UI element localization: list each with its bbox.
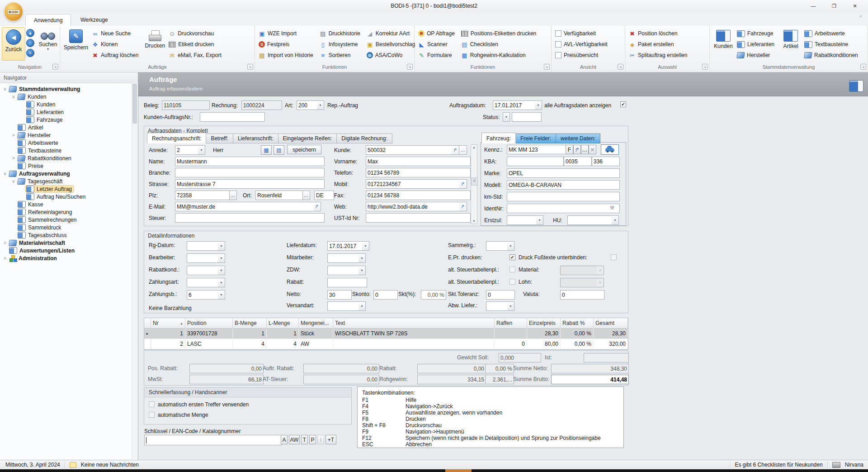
lieferdatum-field[interactable]: 17.01.2017 — [327, 241, 363, 251]
material-dropdown-icon[interactable] — [597, 266, 604, 275]
hu-dropdown-icon[interactable] — [612, 215, 619, 225]
status-dropdown-icon[interactable] — [503, 112, 510, 122]
kennz-field[interactable]: MK MM 123 — [507, 145, 566, 154]
modell-field[interactable]: OMEGA-B-CARAVAN — [507, 180, 620, 190]
dialog-launcher-icon[interactable] — [860, 64, 866, 70]
scroll-down-icon[interactable]: ▼ — [471, 219, 477, 223]
zahlungsb-field[interactable]: 6 — [187, 290, 218, 300]
dialog-launcher-icon[interactable] — [544, 64, 550, 70]
sammelrg-field[interactable] — [486, 241, 508, 251]
fusstexte-checkbox[interactable] — [611, 254, 617, 260]
tools-icon[interactable]: ⚒ — [610, 205, 614, 211]
hersteller-button[interactable]: Hersteller — [737, 50, 774, 61]
nav-home-button[interactable]: ⌂ — [26, 39, 34, 47]
web-field[interactable]: http://www2.bodi-data.de — [366, 202, 463, 211]
steuer-field[interactable] — [175, 213, 325, 223]
artikel-button[interactable]: Artikel — [779, 27, 802, 61]
dialog-launcher-icon[interactable] — [247, 64, 253, 70]
column-header-rabatt[interactable]: Rabatt % — [561, 318, 594, 328]
nav-item-stammdatenverwaltung[interactable]: ∨Stammdatenverwaltung — [0, 85, 138, 93]
ribbon-collapse-icon[interactable]: ^ — [859, 15, 862, 20]
tab-lieferanschrift[interactable]: Lieferanschrift: — [233, 133, 278, 143]
splitauftrag-button[interactable]: ✂Splitauftrag erstellen — [629, 50, 687, 61]
rabattkond-field[interactable] — [187, 266, 218, 275]
art-dropdown-icon[interactable] — [317, 100, 324, 110]
address-scrollbar[interactable]: ▲ ≡ ▼ — [471, 144, 477, 224]
nav-item-reifeneinlagerung[interactable]: Reifeneinlagerung — [0, 208, 138, 216]
bearbeiter-field[interactable] — [187, 253, 218, 263]
beleg-field[interactable]: 110105 — [162, 100, 210, 110]
zdw-field[interactable] — [327, 266, 359, 275]
email-field[interactable]: MM@muster.de — [175, 202, 317, 211]
rabattkond-dropdown-icon[interactable] — [218, 266, 225, 275]
kunde-field[interactable]: 500032 — [366, 145, 453, 155]
sammelrg-dropdown-icon[interactable] — [507, 241, 514, 251]
nav-item-fahrzeuge[interactable]: Fahrzeuge — [0, 116, 138, 124]
tab-eingelagerte-reifen[interactable]: Eingelagerte Reifen: — [278, 133, 337, 143]
klonen-button[interactable]: ❖Klonen — [92, 39, 138, 50]
abw-liefer-field[interactable] — [486, 301, 508, 311]
minimize-button[interactable]: — — [803, 0, 824, 12]
rg-datum-field[interactable] — [187, 241, 218, 251]
formulare-button[interactable]: ✎Formulare — [418, 50, 455, 61]
column-header-text[interactable]: Text — [333, 318, 495, 328]
collapsed-arrow-icon[interactable]: > — [10, 156, 17, 161]
nav-item-letzter-auftrag[interactable]: Letzter Auftrag — [0, 185, 138, 193]
form-window-icon[interactable] — [849, 80, 863, 92]
lohn-dropdown-icon[interactable] — [597, 278, 604, 287]
kmstd-field[interactable] — [507, 192, 620, 201]
sortieren-button[interactable]: ≡Sortieren — [320, 50, 360, 61]
ean-type-button-+t[interactable]: +T — [326, 435, 336, 444]
zdw-dropdown-icon[interactable] — [359, 266, 366, 275]
vorname-field[interactable]: Max — [366, 157, 471, 166]
zurueck-button[interactable]: ◀Zurück — [2, 27, 25, 61]
name-field[interactable]: Mustermann — [175, 157, 325, 166]
neue-suche-button[interactable]: ∞Neue Suche — [92, 28, 138, 39]
status-checklists[interactable]: Es gibt 6 Checklisten für Neukunden — [735, 462, 823, 468]
ustid-field[interactable] — [366, 213, 471, 223]
tab-werkzeuge[interactable]: Werkzeuge — [72, 14, 116, 25]
druckhistorie-button[interactable]: ▤Druckhistorie — [320, 28, 360, 39]
op-abfrage-button[interactable]: ✖OP Abfrage — [418, 28, 455, 39]
grid-view-button[interactable]: ▦ — [261, 145, 272, 155]
kba1-field[interactable] — [507, 157, 564, 166]
lieferdatum-dropdown-icon[interactable] — [362, 241, 369, 251]
abw-liefer-dropdown-icon[interactable] — [507, 301, 514, 311]
auto-treffer-checkbox[interactable] — [149, 401, 155, 407]
nav-item-rabattkonditionen[interactable]: >Rabattkonditionen — [0, 154, 138, 162]
erstzul-dropdown-icon[interactable] — [536, 215, 543, 225]
material-field[interactable] — [560, 266, 597, 275]
email-goto-icon[interactable]: ↱ — [313, 202, 321, 211]
position-loeschen-button[interactable]: ✖Position löschen — [629, 28, 687, 39]
fahrzeuge-button[interactable]: Fahrzeuge — [737, 28, 774, 39]
plz-field[interactable]: 72358 — [175, 191, 230, 200]
lohn-field[interactable] — [560, 278, 597, 287]
nav-item-administration[interactable]: >Administration — [0, 254, 138, 262]
branche-field[interactable] — [175, 168, 325, 177]
alt-steuer2-checkbox[interactable] — [509, 279, 515, 285]
speichern-anschrift-button[interactable]: speichern — [287, 145, 321, 154]
telefon-field[interactable]: 01234 56789 — [366, 168, 471, 177]
dialog-launcher-icon[interactable] — [618, 64, 623, 70]
skt-field[interactable]: 0,00 % — [421, 290, 446, 300]
nav-item-auswertungen-listen[interactable]: Auswertungen/Listen — [0, 247, 138, 254]
collapsed-arrow-icon[interactable]: > — [10, 133, 17, 138]
mobil-field[interactable]: 01721234567 — [366, 179, 463, 189]
ean-type-button-aw[interactable]: AW — [289, 435, 300, 444]
valuta-field[interactable]: 0 — [560, 290, 604, 300]
nav-item-sammelrechnungen[interactable]: Sammelrechnungen — [0, 216, 138, 224]
anrede-field[interactable]: 2 — [175, 145, 198, 155]
textbausteine-button[interactable]: Textbausteine — [804, 39, 858, 50]
plz-ellipsis-icon[interactable]: … — [229, 191, 237, 200]
tab-freie-felder[interactable]: Freie Felder: — [516, 133, 556, 143]
dialog-launcher-icon[interactable] — [702, 64, 708, 70]
tab-anwendung[interactable]: Anwendung — [25, 14, 71, 26]
alle-auftragsdaten-checkbox[interactable] — [620, 101, 626, 107]
email-fax-export-button[interactable]: ✉eMail, Fax, Export — [169, 50, 222, 61]
auftragsdatum-field[interactable]: 17.01.2017 — [493, 100, 535, 110]
zahlungsart-dropdown-icon[interactable] — [218, 278, 225, 287]
nav-item-kasse[interactable]: Kasse — [0, 200, 138, 208]
nav-item-kunden[interactable]: ∨Kunden — [0, 93, 138, 100]
lieferanten-button[interactable]: Lieferanten — [737, 39, 774, 50]
kba2-field[interactable]: 0035 — [564, 157, 592, 166]
